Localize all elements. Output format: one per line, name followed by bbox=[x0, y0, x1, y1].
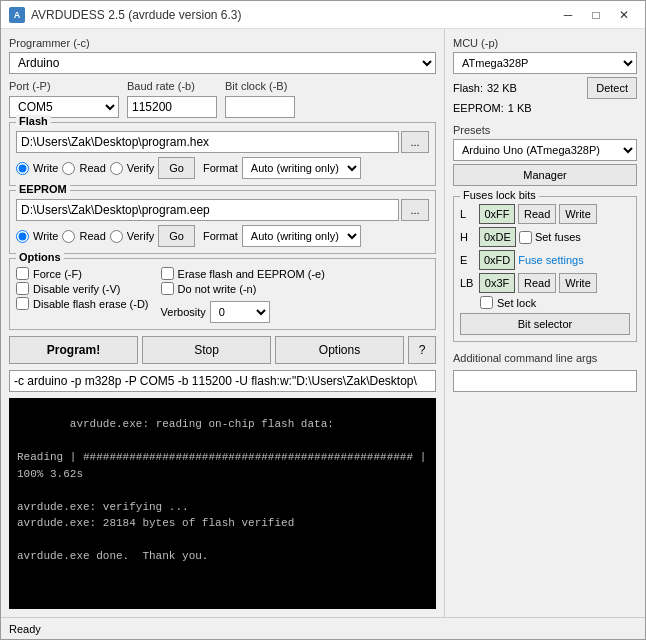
fuses-section: Fuses lock bits L 0xFF Read Write H 0xDE… bbox=[453, 196, 637, 342]
main-content: Programmer (-c) Arduino Port (-P) COM5 B… bbox=[1, 29, 645, 617]
fuse-settings-link[interactable]: Fuse settings bbox=[518, 254, 583, 266]
status-text: Ready bbox=[9, 623, 41, 635]
flash-info-row: Flash: 32 KB Detect bbox=[453, 77, 637, 99]
set-lock-checkbox[interactable] bbox=[480, 296, 493, 309]
fuse-lb-value-button[interactable]: 0x3F bbox=[479, 273, 515, 293]
options-title: Options bbox=[16, 251, 64, 263]
flash-write-label: Write bbox=[33, 162, 58, 174]
fuse-l-read-button[interactable]: Read bbox=[518, 204, 556, 224]
manager-button[interactable]: Manager bbox=[453, 164, 637, 186]
fuse-lb-write-button[interactable]: Write bbox=[559, 273, 596, 293]
flash-format-label: Format bbox=[203, 162, 238, 174]
command-input[interactable] bbox=[9, 370, 436, 392]
eeprom-info-row: EEPROM: 1 KB bbox=[453, 102, 637, 114]
fuse-lb-label: LB bbox=[460, 277, 476, 289]
eeprom-radio-row: Write Read Verify Go Format Auto (writin… bbox=[16, 225, 429, 247]
status-bar: Ready bbox=[1, 617, 645, 639]
minimize-button[interactable]: ─ bbox=[555, 5, 581, 25]
set-lock-label: Set lock bbox=[497, 297, 536, 309]
force-checkbox[interactable] bbox=[16, 267, 29, 280]
fuse-lb-read-button[interactable]: Read bbox=[518, 273, 556, 293]
eeprom-read-label: Read bbox=[79, 230, 105, 242]
flash-read-radio[interactable] bbox=[62, 162, 75, 175]
title-bar-controls: ─ □ ✕ bbox=[555, 5, 637, 25]
options-section: Options Force (-F) Disable verify (-V) bbox=[9, 258, 436, 330]
flash-verify-radio[interactable] bbox=[110, 162, 123, 175]
set-fuses-checkbox[interactable] bbox=[519, 231, 532, 244]
flash-section: Flash ... Write Read Verify Go Format Au… bbox=[9, 122, 436, 186]
flash-title: Flash bbox=[16, 115, 51, 127]
options-button[interactable]: Options bbox=[275, 336, 404, 364]
eeprom-size-value: 1 KB bbox=[508, 102, 532, 114]
mcu-select[interactable]: ATmega328P bbox=[453, 52, 637, 74]
baud-input[interactable] bbox=[127, 96, 217, 118]
programmer-label: Programmer (-c) bbox=[9, 37, 436, 49]
fuse-h-value-button[interactable]: 0xDE bbox=[479, 227, 516, 247]
flash-go-button[interactable]: Go bbox=[158, 157, 195, 179]
baud-label: Baud rate (-b) bbox=[127, 80, 217, 92]
baud-group: Baud rate (-b) bbox=[127, 80, 217, 118]
port-baud-section: Port (-P) COM5 Baud rate (-b) Bit clock … bbox=[9, 80, 436, 118]
eeprom-format-select[interactable]: Auto (writing only) bbox=[242, 225, 361, 247]
flash-radio-row: Write Read Verify Go Format Auto (writin… bbox=[16, 157, 429, 179]
eeprom-write-label: Write bbox=[33, 230, 58, 242]
left-panel: Programmer (-c) Arduino Port (-P) COM5 B… bbox=[1, 29, 445, 617]
flash-file-input[interactable] bbox=[16, 131, 399, 153]
additional-args-label: Additional command line args bbox=[453, 352, 637, 364]
disable-flash-erase-checkbox[interactable] bbox=[16, 297, 29, 310]
eeprom-read-radio[interactable] bbox=[62, 230, 75, 243]
fuse-e-label: E bbox=[460, 254, 476, 266]
eeprom-go-button[interactable]: Go bbox=[158, 225, 195, 247]
flash-read-label: Read bbox=[79, 162, 105, 174]
fuse-h-row: H 0xDE Set fuses bbox=[460, 227, 630, 247]
erase-flash-checkbox[interactable] bbox=[161, 267, 174, 280]
flash-size-value: 32 KB bbox=[487, 82, 517, 94]
additional-args-section: Additional command line args bbox=[453, 352, 637, 392]
detect-button[interactable]: Detect bbox=[587, 77, 637, 99]
erase-flash-row: Erase flash and EEPROM (-e) bbox=[161, 267, 325, 280]
programmer-select[interactable]: Arduino bbox=[9, 52, 436, 74]
eeprom-verify-radio[interactable] bbox=[110, 230, 123, 243]
mcu-label: MCU (-p) bbox=[453, 37, 637, 49]
eeprom-write-radio[interactable] bbox=[16, 230, 29, 243]
eeprom-browse-button[interactable]: ... bbox=[401, 199, 429, 221]
fuse-l-value-button[interactable]: 0xFF bbox=[479, 204, 515, 224]
fuse-e-value-button[interactable]: 0xFD bbox=[479, 250, 515, 270]
options-col-left: Force (-F) Disable verify (-V) Disable f… bbox=[16, 267, 149, 323]
flash-write-radio[interactable] bbox=[16, 162, 29, 175]
command-row bbox=[9, 370, 436, 392]
disable-verify-row: Disable verify (-V) bbox=[16, 282, 149, 295]
bitclock-input[interactable] bbox=[225, 96, 295, 118]
stop-button[interactable]: Stop bbox=[142, 336, 271, 364]
eeprom-file-input[interactable] bbox=[16, 199, 399, 221]
set-lock-row: Set lock bbox=[480, 296, 630, 309]
do-not-write-row: Do not write (-n) bbox=[161, 282, 325, 295]
programmer-section: Programmer (-c) Arduino bbox=[9, 37, 436, 74]
bit-selector-button[interactable]: Bit selector bbox=[460, 313, 630, 335]
disable-verify-checkbox[interactable] bbox=[16, 282, 29, 295]
bitclock-label: Bit clock (-B) bbox=[225, 80, 295, 92]
flash-browse-button[interactable]: ... bbox=[401, 131, 429, 153]
fuse-l-write-button[interactable]: Write bbox=[559, 204, 596, 224]
eeprom-section: EEPROM ... Write Read Verify Go Format A… bbox=[9, 190, 436, 254]
eeprom-format-label: Format bbox=[203, 230, 238, 242]
force-row: Force (-F) bbox=[16, 267, 149, 280]
flash-verify-label: Verify bbox=[127, 162, 155, 174]
flash-format-select[interactable]: Auto (writing only) bbox=[242, 157, 361, 179]
presets-select[interactable]: Arduino Uno (ATmega328P) bbox=[453, 139, 637, 161]
fuse-h-label: H bbox=[460, 231, 476, 243]
do-not-write-checkbox[interactable] bbox=[161, 282, 174, 295]
title-bar-left: A AVRDUDESS 2.5 (avrdude version 6.3) bbox=[9, 7, 242, 23]
flash-file-row: ... bbox=[16, 131, 429, 153]
help-button[interactable]: ? bbox=[408, 336, 436, 364]
mcu-section: MCU (-p) ATmega328P Flash: 32 KB Detect … bbox=[453, 37, 637, 114]
verbosity-label: Verbosity bbox=[161, 306, 206, 318]
fuse-l-row: L 0xFF Read Write bbox=[460, 204, 630, 224]
close-button[interactable]: ✕ bbox=[611, 5, 637, 25]
flash-size-label: Flash: bbox=[453, 82, 483, 94]
verbosity-select[interactable]: 0 bbox=[210, 301, 270, 323]
maximize-button[interactable]: □ bbox=[583, 5, 609, 25]
program-button[interactable]: Program! bbox=[9, 336, 138, 364]
additional-args-input[interactable] bbox=[453, 370, 637, 392]
eeprom-verify-label: Verify bbox=[127, 230, 155, 242]
